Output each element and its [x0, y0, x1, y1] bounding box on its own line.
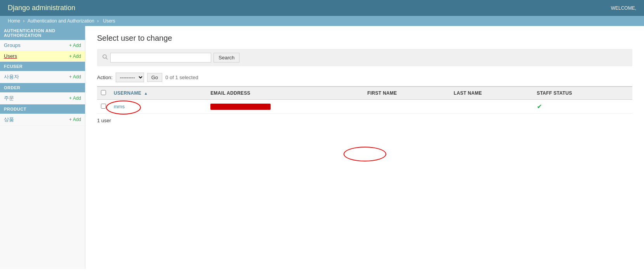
breadcrumb-sep2: › — [97, 18, 100, 24]
svg-point-0 — [103, 55, 106, 58]
action-label: Action: — [97, 75, 113, 80]
welcome-text: WELCOME, — [611, 5, 636, 11]
sidebar-item-product: 상품 + Add — [0, 114, 85, 126]
sidebar-add-product[interactable]: + Add — [69, 117, 81, 122]
select-all-checkbox[interactable] — [101, 90, 106, 95]
sidebar-link-product[interactable]: 상품 — [4, 116, 14, 123]
search-icon — [102, 54, 108, 61]
row-email-redacted: ██████████████ — [210, 104, 271, 110]
breadcrumb-sep1: › — [23, 18, 26, 24]
sidebar-item-groups: Groups + Add — [0, 40, 85, 51]
users-table: USERNAME ▲ EMAIL ADDRESS FIRST NAME LAST… — [97, 86, 632, 114]
selected-count: 0 of 1 selected — [165, 75, 198, 80]
row-email-cell: ██████████████ — [207, 100, 363, 114]
search-bar: Search — [97, 49, 632, 66]
sidebar-link-groups[interactable]: Groups — [4, 42, 21, 48]
go-button[interactable]: Go — [147, 73, 162, 82]
bottom-annotation — [97, 147, 632, 161]
main-content: Select user to change Search Action: ---… — [85, 26, 644, 269]
sidebar-add-order[interactable]: + Add — [69, 95, 81, 101]
col-header-username[interactable]: USERNAME ▲ — [110, 87, 207, 100]
sidebar-link-fcuser[interactable]: 사용자 — [4, 73, 19, 80]
row-lastname-cell — [450, 100, 533, 114]
sidebar-section-fcuser: FCUSER — [0, 62, 85, 71]
row-checkbox-cell — [97, 100, 110, 114]
search-button[interactable]: Search — [214, 53, 240, 62]
sidebar-section-auth: AUTHENTICATION AND AUTHORIZATION — [0, 26, 85, 40]
sidebar-add-users[interactable]: + Add — [69, 54, 81, 59]
action-bar: Action: --------- Go 0 of 1 selected — [97, 73, 632, 82]
row-username-cell: mms — [110, 100, 207, 114]
sidebar-section-product: PRODUCT — [0, 104, 85, 114]
bottom-ellipse — [344, 147, 386, 161]
svg-line-1 — [106, 58, 108, 59]
row-staffstatus-cell: ✔ — [533, 100, 632, 114]
sidebar-item-users: Users + Add — [0, 51, 85, 62]
sort-arrow-username: ▲ — [144, 91, 148, 95]
row-firstname-cell — [363, 100, 450, 114]
action-select[interactable]: --------- — [116, 73, 144, 82]
layout: AUTHENTICATION AND AUTHORIZATION Groups … — [0, 26, 644, 269]
col-header-check — [97, 87, 110, 100]
sidebar-add-groups[interactable]: + Add — [69, 43, 81, 48]
breadcrumb-section[interactable]: Authentication and Authorization — [28, 18, 94, 24]
col-header-email[interactable]: EMAIL ADDRESS — [207, 87, 363, 100]
app-title: Django administration — [8, 4, 75, 12]
col-header-lastname[interactable]: LAST NAME — [450, 87, 533, 100]
col-header-staffstatus[interactable]: STAFF STATUS — [533, 87, 632, 100]
breadcrumb-home[interactable]: Home — [8, 18, 20, 24]
result-count: 1 user — [97, 118, 632, 123]
search-input[interactable] — [110, 53, 211, 62]
sidebar: AUTHENTICATION AND AUTHORIZATION Groups … — [0, 26, 85, 269]
table-row: mms ██████████████ ✔ — [97, 100, 632, 114]
breadcrumb: Home › Authentication and Authorization … — [0, 16, 644, 26]
sidebar-link-order[interactable]: 주문 — [4, 95, 14, 102]
col-header-firstname[interactable]: FIRST NAME — [363, 87, 450, 100]
sidebar-add-fcuser[interactable]: + Add — [69, 74, 81, 80]
sidebar-section-order: ORDER — [0, 83, 85, 92]
sidebar-item-fcuser: 사용자 + Add — [0, 71, 85, 83]
breadcrumb-current: Users — [103, 18, 115, 24]
page-title: Select user to change — [97, 34, 632, 43]
sidebar-item-order: 주문 + Add — [0, 92, 85, 104]
staff-status-icon: ✔ — [537, 103, 542, 110]
sidebar-link-users[interactable]: Users — [4, 53, 17, 59]
header: Django administration WELCOME, — [0, 0, 644, 16]
row-username-link[interactable]: mms — [114, 104, 125, 109]
row-checkbox[interactable] — [101, 104, 106, 109]
